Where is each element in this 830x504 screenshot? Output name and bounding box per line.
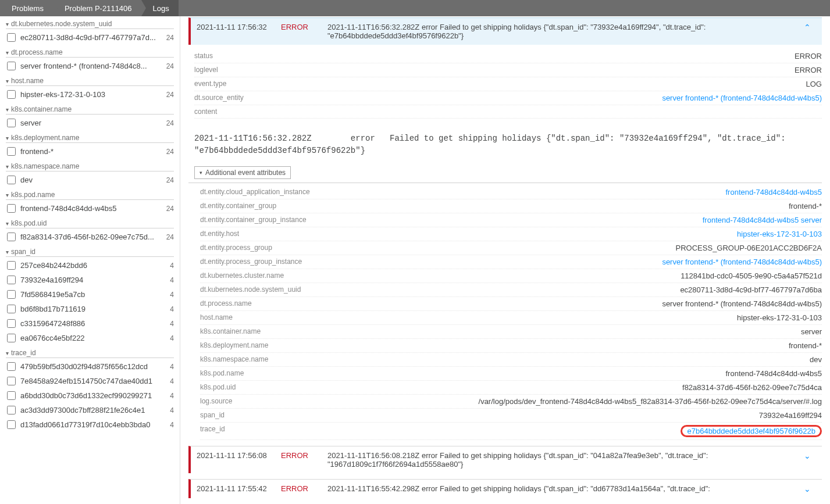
facet-label: d13fadd0661d77319f7d10c4ebb3bda0 bbox=[20, 420, 166, 429]
facet-item[interactable]: server24 bbox=[6, 116, 174, 130]
log-row-expanded[interactable]: 2021-11-11 17:56:32ERROR2021-11-11T16:56… bbox=[188, 17, 822, 45]
facet-header[interactable]: ▾k8s.deployment.name bbox=[6, 134, 174, 143]
facet-item[interactable]: ac3d3dd97300dc7bff288f21fe26c4e14 bbox=[6, 403, 174, 417]
facet-name: k8s.container.name bbox=[11, 105, 72, 113]
attribute-value[interactable]: frontend-748d4c84dd-w4bs5 server bbox=[328, 216, 822, 224]
facet-item[interactable]: a6bdd30db0c73d6d1332ecf9902992714 bbox=[6, 388, 174, 403]
detail-value: ERROR bbox=[322, 66, 822, 74]
log-level: ERROR bbox=[281, 23, 327, 40]
attribute-key: dt.entity.process_group bbox=[200, 244, 328, 252]
facet-checkbox[interactable] bbox=[7, 276, 16, 284]
additional-attributes-toggle[interactable]: ▾Additional event attributes bbox=[194, 166, 291, 179]
facet-item[interactable]: 7fd5868419e5a7cb4 bbox=[6, 287, 174, 302]
attribute-value[interactable]: e7b64bbddede5ddd3ef4bf9576f9622b bbox=[328, 425, 822, 437]
facet-checkbox[interactable] bbox=[7, 319, 16, 328]
breadcrumb-logs[interactable]: Logs bbox=[141, 0, 179, 16]
facet-item[interactable]: bd6f8bd17b7116194 bbox=[6, 302, 174, 316]
chevron-down-icon[interactable]: ⌄ bbox=[799, 451, 816, 469]
facet-group: ▾host.namehipster-eks-172-31-0-10324 bbox=[6, 77, 174, 102]
facet-header[interactable]: ▾k8s.container.name bbox=[6, 105, 174, 115]
facet-checkbox[interactable] bbox=[7, 119, 16, 127]
facet-header[interactable]: ▾k8s.pod.uid bbox=[6, 219, 174, 228]
facet-count: 4 bbox=[170, 262, 174, 270]
facet-checkbox[interactable] bbox=[7, 176, 16, 184]
chevron-down-icon: ▾ bbox=[6, 78, 9, 84]
facet-checkbox[interactable] bbox=[7, 377, 16, 385]
facet-header[interactable]: ▾k8s.namespace.name bbox=[6, 162, 174, 171]
trace-id-link[interactable]: e7b64bbddede5ddd3ef4bf9576f9622b bbox=[681, 425, 822, 437]
additional-attributes: dt.entity.cloud_application_instancefron… bbox=[188, 185, 822, 440]
facet-item[interactable]: 479b59bf5d30d02f94d875f656c12dcd4 bbox=[6, 359, 174, 374]
facet-count: 24 bbox=[166, 148, 174, 156]
facet-checkbox[interactable] bbox=[7, 362, 16, 371]
attribute-value: frontend-748d4c84dd-w4bs5 bbox=[328, 369, 822, 378]
facet-count: 4 bbox=[170, 291, 174, 299]
log-level: ERROR bbox=[281, 484, 327, 494]
facet-checkbox[interactable] bbox=[7, 391, 16, 400]
facet-count: 24 bbox=[166, 176, 174, 184]
attribute-value[interactable]: server frontend-* (frontend-748d4c84dd-w… bbox=[328, 258, 822, 266]
detail-value: LOG bbox=[322, 80, 822, 88]
facet-item[interactable]: dev24 bbox=[6, 173, 174, 187]
facet-count: 24 bbox=[166, 233, 174, 241]
facet-header[interactable]: ▾host.name bbox=[6, 77, 174, 86]
facet-count: 4 bbox=[170, 320, 174, 328]
facet-header[interactable]: ▾trace_id bbox=[6, 349, 174, 358]
facet-item[interactable]: ea0676cc4e5bf2224 bbox=[6, 331, 174, 345]
facet-item[interactable]: 7e8458a924efb1514750c747dae40dd14 bbox=[6, 374, 174, 388]
breadcrumb-problem-id[interactable]: Problem P-2111406 bbox=[53, 0, 141, 16]
facet-item[interactable]: frontend-748d4c84dd-w4bs524 bbox=[6, 201, 174, 216]
facet-checkbox[interactable] bbox=[7, 62, 16, 70]
facet-checkbox[interactable] bbox=[7, 33, 16, 42]
facet-checkbox[interactable] bbox=[7, 261, 16, 270]
facet-checkbox[interactable] bbox=[7, 147, 16, 156]
facet-item[interactable]: 73932e4a169ff2944 bbox=[6, 273, 174, 287]
attribute-key: k8s.container.name bbox=[200, 327, 328, 336]
detail-row: loglevelERROR bbox=[194, 63, 822, 77]
facet-item[interactable]: 257ce84b2442bdd64 bbox=[6, 258, 174, 273]
facet-checkbox[interactable] bbox=[7, 305, 16, 313]
attribute-value[interactable]: hipster-eks-172-31-0-103 bbox=[328, 230, 822, 238]
attribute-row: dt.kubernetes.cluster.name112841bd-cdc0-… bbox=[200, 269, 822, 283]
facet-checkbox[interactable] bbox=[7, 90, 16, 99]
facet-header[interactable]: ▾span_id bbox=[6, 248, 174, 257]
facet-group: ▾dt.kubernetes.node.system_uuidec280711-… bbox=[6, 20, 174, 45]
chevron-up-icon[interactable]: ⌃ bbox=[799, 23, 816, 40]
log-content-raw: 2021-11-11T16:56:32.282Z error Failed to… bbox=[188, 127, 822, 165]
facet-item[interactable]: d13fadd0661d77319f7d10c4ebb3bda04 bbox=[6, 417, 174, 432]
facet-group: ▾k8s.pod.uidf82a8314-37d6-456f-b262-09ee… bbox=[6, 219, 174, 244]
facet-header[interactable]: ▾dt.process.name bbox=[6, 48, 174, 58]
facet-item[interactable]: ec280711-3d8d-4c9d-bf77-467797a7d...24 bbox=[6, 30, 174, 45]
detail-value bbox=[322, 108, 822, 116]
breadcrumb-problems[interactable]: Problems bbox=[0, 0, 53, 16]
facet-header[interactable]: ▾k8s.pod.name bbox=[6, 191, 174, 200]
facet-item[interactable]: hipster-eks-172-31-0-10324 bbox=[6, 87, 174, 102]
facet-item[interactable]: c33159647248f8864 bbox=[6, 316, 174, 331]
facet-count: 24 bbox=[166, 34, 174, 42]
facet-checkbox[interactable] bbox=[7, 334, 16, 342]
facet-checkbox[interactable] bbox=[7, 406, 16, 414]
log-message: 2021-11-11T16:56:32.282Z error Failed to… bbox=[327, 23, 799, 40]
log-row[interactable]: 2021-11-11 17:56:08ERROR2021-11-11T16:56… bbox=[188, 446, 822, 473]
facet-item[interactable]: frontend-*24 bbox=[6, 144, 174, 159]
chevron-down-icon[interactable]: ⌄ bbox=[799, 484, 816, 494]
facet-item[interactable]: f82a8314-37d6-456f-b262-09ee7c75d...24 bbox=[6, 230, 174, 244]
chevron-down-icon: ▾ bbox=[6, 49, 9, 56]
facet-item[interactable]: server frontend-* (frontend-748d4c8...24 bbox=[6, 59, 174, 73]
log-row[interactable]: 2021-11-11 17:55:42ERROR2021-11-11T16:55… bbox=[188, 479, 822, 498]
detail-value[interactable]: server frontend-* (frontend-748d4c84dd-w… bbox=[322, 94, 822, 102]
facet-checkbox[interactable] bbox=[7, 233, 16, 241]
facet-label: ec280711-3d8d-4c9d-bf77-467797a7d... bbox=[20, 33, 163, 42]
facet-group: ▾span_id257ce84b2442bdd6473932e4a169ff29… bbox=[6, 248, 174, 345]
facet-count: 4 bbox=[170, 392, 174, 400]
attribute-row: span_id73932e4a169ff294 bbox=[200, 409, 822, 423]
attribute-value[interactable]: frontend-748d4c84dd-w4bs5 bbox=[328, 188, 822, 196]
facet-checkbox[interactable] bbox=[7, 420, 16, 429]
log-timestamp: 2021-11-11 17:55:42 bbox=[197, 484, 281, 494]
attribute-value: f82a8314-37d6-456f-b262-09ee7c75d4ca bbox=[328, 383, 822, 392]
facet-checkbox[interactable] bbox=[7, 290, 16, 299]
facet-checkbox[interactable] bbox=[7, 204, 16, 213]
facet-header[interactable]: ▾dt.kubernetes.node.system_uuid bbox=[6, 20, 174, 29]
attribute-key: k8s.deployment.name bbox=[200, 341, 328, 350]
attribute-key: k8s.namespace.name bbox=[200, 355, 328, 364]
